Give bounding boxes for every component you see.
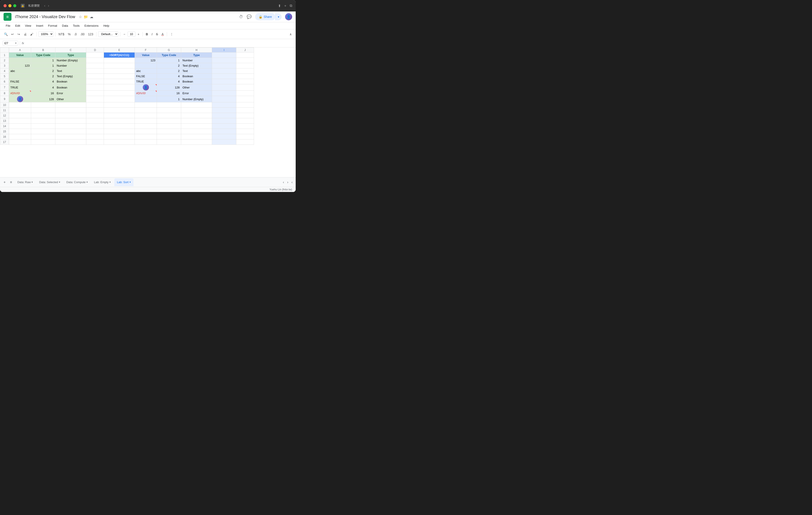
cell-D15[interactable]	[86, 129, 104, 134]
cell-C2[interactable]: Number (Empty)	[55, 58, 86, 63]
cell-A8[interactable]: #DIV/0!	[9, 91, 31, 96]
sheet-table-wrapper[interactable]: A B C D E F G H I J 1	[0, 48, 296, 177]
cell-J8[interactable]	[236, 91, 254, 96]
cell-D16[interactable]	[86, 134, 104, 139]
cell-B7[interactable]: 4	[31, 84, 55, 91]
cell-B5[interactable]: 2	[31, 74, 55, 79]
col-header-D[interactable]: D	[86, 48, 104, 53]
cell-G2[interactable]: 1	[157, 58, 181, 63]
cell-B9[interactable]: 128	[31, 96, 55, 103]
cell-J1[interactable]	[236, 53, 254, 58]
cell-F16[interactable]	[135, 134, 157, 139]
cell-D4[interactable]	[86, 68, 104, 74]
cell-C5[interactable]: Text (Empty)	[55, 74, 86, 79]
decimal-increase-button[interactable]: .00	[79, 32, 86, 37]
tab-lab-sort[interactable]: Lab: Sort ▾	[114, 178, 134, 186]
menu-help[interactable]: Help	[101, 23, 111, 28]
cell-J5[interactable]	[236, 74, 254, 79]
cell-B4[interactable]: 2	[31, 68, 55, 74]
col-header-B[interactable]: B	[31, 48, 55, 53]
number-format-button[interactable]: 123	[87, 32, 94, 37]
col-header-G[interactable]: G	[157, 48, 181, 53]
cell-I6[interactable]	[212, 79, 236, 84]
cell-H13[interactable]	[181, 118, 212, 123]
cell-G8[interactable]: 16	[157, 91, 181, 96]
cell-H17[interactable]	[181, 139, 212, 145]
cell-E4[interactable]	[104, 68, 135, 74]
cell-I12[interactable]	[212, 113, 236, 118]
cell-H9[interactable]: Number (Empty)	[181, 96, 212, 103]
cell-A7[interactable]: TRUE	[9, 84, 31, 91]
cell-E13[interactable]	[104, 118, 135, 123]
cell-A12[interactable]	[9, 113, 31, 118]
cell-C1[interactable]: Type	[55, 53, 86, 58]
cell-I3[interactable]	[212, 63, 236, 68]
history-icon[interactable]: ⏱	[239, 15, 243, 19]
cell-I8[interactable]	[212, 91, 236, 96]
cell-H6[interactable]: Boolean	[181, 79, 212, 84]
menu-tools[interactable]: Tools	[70, 23, 82, 28]
forward-button[interactable]: ›	[47, 3, 50, 8]
cell-G10[interactable]	[157, 103, 181, 108]
cell-D2[interactable]	[86, 58, 104, 63]
cell-G1[interactable]: Type Code	[157, 53, 181, 58]
all-sheets-button[interactable]: ≡	[8, 179, 14, 185]
cell-A2[interactable]	[9, 58, 31, 63]
cell-A4[interactable]: abc	[9, 68, 31, 74]
cell-reference[interactable]: I27 ▾	[3, 40, 18, 46]
cell-I9[interactable]	[212, 96, 236, 103]
cell-C7[interactable]: Boolean	[55, 84, 86, 91]
cell-E16[interactable]	[104, 134, 135, 139]
cell-B2[interactable]: 1	[31, 58, 55, 63]
back-button[interactable]: ‹	[43, 3, 46, 8]
cell-H15[interactable]	[181, 129, 212, 134]
cell-F3[interactable]	[135, 63, 157, 68]
cell-J9[interactable]	[236, 96, 254, 103]
cell-B14[interactable]	[31, 123, 55, 129]
cell-E14[interactable]	[104, 123, 135, 129]
cell-G15[interactable]	[157, 129, 181, 134]
new-tab-icon[interactable]: ＋	[284, 3, 287, 8]
share-button[interactable]: 🔒 Share	[255, 13, 276, 20]
cell-I16[interactable]	[212, 134, 236, 139]
cell-F7[interactable]: 👤	[135, 84, 157, 91]
cell-E15[interactable]	[104, 129, 135, 134]
cell-J17[interactable]	[236, 139, 254, 145]
save-icon[interactable]: ⬆	[278, 4, 281, 8]
cell-B16[interactable]	[31, 134, 55, 139]
cell-F14[interactable]	[135, 123, 157, 129]
cell-G5[interactable]: 4	[157, 74, 181, 79]
cell-A6[interactable]: FALSE	[9, 79, 31, 84]
cell-I5[interactable]	[212, 74, 236, 79]
zoom-select[interactable]: 100%	[38, 31, 53, 37]
cell-B10[interactable]	[31, 103, 55, 108]
cell-G3[interactable]: 2	[157, 63, 181, 68]
cell-G12[interactable]	[157, 113, 181, 118]
cell-E10[interactable]	[104, 103, 135, 108]
menu-insert[interactable]: Insert	[34, 23, 46, 28]
redo-button[interactable]: ↪	[16, 32, 21, 37]
cell-J15[interactable]	[236, 129, 254, 134]
menu-view[interactable]: View	[23, 23, 33, 28]
cell-A13[interactable]	[9, 118, 31, 123]
cell-G9[interactable]: 1	[157, 96, 181, 103]
cell-J10[interactable]	[236, 103, 254, 108]
cell-I11[interactable]	[212, 108, 236, 113]
cell-J7[interactable]	[236, 84, 254, 91]
cell-F6[interactable]: TRUE	[135, 79, 157, 84]
cell-D8[interactable]	[86, 91, 104, 96]
cell-F15[interactable]	[135, 129, 157, 134]
font-size-decrease-button[interactable]: −	[122, 32, 126, 37]
cell-A3[interactable]: 123	[9, 63, 31, 68]
tab-lab-empty[interactable]: Lab: Empty ▾	[91, 178, 113, 186]
cell-A10[interactable]	[9, 103, 31, 108]
cell-D13[interactable]	[86, 118, 104, 123]
cell-F9[interactable]	[135, 96, 157, 103]
col-header-I[interactable]: I	[212, 48, 236, 53]
cell-H10[interactable]	[181, 103, 212, 108]
cell-F1[interactable]: Value	[135, 53, 157, 58]
cell-G11[interactable]	[157, 108, 181, 113]
col-header-J[interactable]: J	[236, 48, 254, 53]
cell-I7[interactable]	[212, 84, 236, 91]
tab-scroll-left[interactable]: ‹	[282, 179, 285, 185]
